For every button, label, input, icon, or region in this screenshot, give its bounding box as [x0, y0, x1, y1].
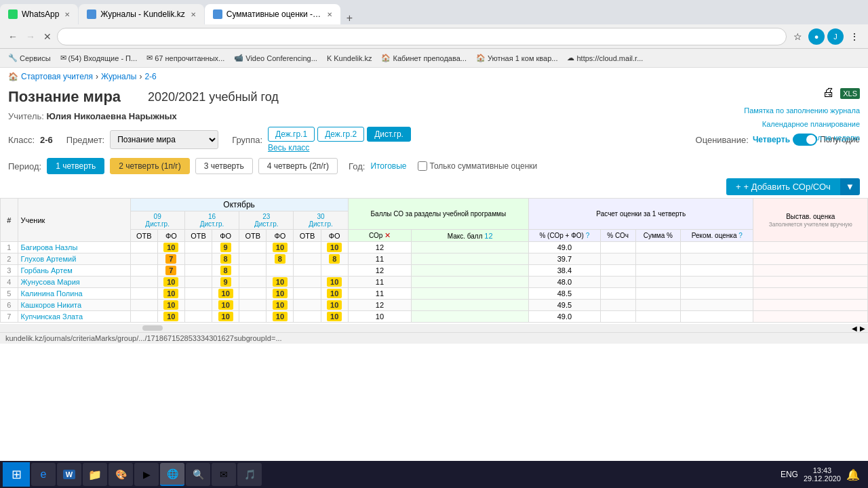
tab-summative[interactable]: Суммативные оценки - Kunde... ✕ — [205, 4, 340, 24]
score-cell[interactable] — [294, 253, 321, 265]
score-cell[interactable] — [184, 288, 212, 300]
tab-close-journals[interactable]: ✕ — [191, 11, 196, 18]
bookmark-apartment[interactable]: 🏠 Уютная 1 ком квар... — [473, 52, 561, 64]
student-name[interactable]: Купчинская Злата — [18, 311, 130, 323]
score-cell[interactable] — [239, 311, 267, 323]
student-name[interactable]: Багирова Назлы — [18, 242, 130, 253]
score-cell[interactable]: 10 — [267, 242, 294, 253]
student-name[interactable]: Кашкоров Никита — [18, 300, 130, 311]
breadcrumb-class[interactable]: 2-6 — [144, 72, 156, 81]
scroll-arrow-right[interactable]: ▶ — [860, 325, 868, 332]
student-name[interactable]: Калинина Полина — [18, 288, 130, 300]
taskbar-music[interactable]: 🎵 — [237, 463, 262, 486]
taskbar-media[interactable]: ▶ — [134, 463, 159, 486]
score-cell[interactable]: 10 — [267, 277, 294, 288]
bookmark-cloud[interactable]: ☁ https://cloud.mail.r... — [564, 52, 646, 64]
link-pamyatka[interactable]: Памятка по заполнению журнала — [744, 104, 860, 118]
score-cell[interactable]: 7 — [157, 253, 184, 265]
taskbar-ie[interactable]: e — [31, 463, 56, 486]
score-cell[interactable]: 10 — [212, 300, 239, 311]
back-button[interactable]: ← — [5, 30, 20, 43]
score-cell[interactable] — [184, 253, 212, 265]
notification-icon[interactable]: 🔔 — [846, 468, 860, 481]
score-cell[interactable] — [239, 277, 267, 288]
score-cell[interactable]: 10 — [321, 288, 348, 300]
score-cell[interactable]: 10 — [321, 311, 348, 323]
score-cell[interactable]: 9 — [212, 277, 239, 288]
score-cell[interactable] — [130, 288, 157, 300]
score-cell[interactable] — [294, 300, 321, 311]
reload-button[interactable]: ✕ — [41, 30, 54, 43]
print-icon[interactable]: 🖨 — [823, 85, 835, 100]
score-cell[interactable]: 7 — [157, 265, 184, 277]
period-btn-3[interactable]: 3 четверть — [195, 158, 253, 174]
score-cell[interactable] — [294, 277, 321, 288]
vydav-score[interactable] — [753, 311, 868, 323]
grades-table-container[interactable]: # Ученик Октябрь Баллы СО за разделы уче… — [0, 198, 868, 323]
student-name[interactable]: Жунусова Мария — [18, 277, 130, 288]
bookmark-kundelik[interactable]: K Kundelik.kz — [324, 53, 375, 64]
score-cell[interactable]: 10 — [157, 311, 184, 323]
score-cell[interactable] — [130, 253, 157, 265]
profile-icon[interactable]: J — [827, 28, 844, 45]
bookmark-cabinet[interactable]: 🏠 Кабинет преподава... — [378, 52, 469, 64]
score-cell[interactable]: 10 — [321, 277, 348, 288]
itog-link[interactable]: Итоговые — [370, 161, 406, 171]
score-cell[interactable]: 10 — [157, 277, 184, 288]
student-name[interactable]: Горбань Артем — [18, 265, 130, 277]
score-cell[interactable] — [239, 265, 267, 277]
period-btn-2[interactable]: 2 четверть (1п/г) — [110, 158, 189, 174]
score-cell[interactable] — [321, 265, 348, 277]
link-calendar[interactable]: Календарное планирование — [744, 118, 860, 131]
subject-select[interactable]: Познание мира — [110, 130, 218, 149]
score-cell[interactable]: 10 — [212, 311, 239, 323]
tab-close-whatsapp[interactable]: ✕ — [64, 11, 70, 18]
group-btn-3[interactable]: Дист.гр. — [367, 127, 411, 142]
extensions-icon[interactable]: ● — [808, 28, 825, 45]
cor-close-icon[interactable]: ✕ — [384, 231, 391, 239]
score-cell[interactable] — [184, 277, 212, 288]
add-sor-soch-button[interactable]: + + Добавить СОр/СОч — [726, 178, 840, 195]
address-bar[interactable] — [57, 28, 787, 45]
rekom-help-icon[interactable]: ? — [738, 232, 743, 239]
score-cell[interactable] — [294, 265, 321, 277]
score-cell[interactable]: 9 — [212, 242, 239, 253]
score-cell[interactable] — [294, 311, 321, 323]
score-cell[interactable]: 8 — [321, 253, 348, 265]
score-cell[interactable] — [184, 300, 212, 311]
score-cell[interactable] — [294, 288, 321, 300]
bookmark-services[interactable]: 🔧 Сервисы — [5, 52, 54, 64]
group-btn-1[interactable]: Деж.гр.1 — [268, 127, 315, 142]
taskbar-explorer[interactable]: 📁 — [83, 463, 107, 486]
bookmark-unread[interactable]: ✉ 67 непрочитанных... — [144, 52, 227, 64]
forward-button[interactable]: → — [23, 30, 38, 43]
all-class-link[interactable]: Весь класс — [268, 143, 411, 152]
score-cell[interactable] — [239, 288, 267, 300]
score-cell[interactable] — [239, 242, 267, 253]
taskbar-search[interactable]: 🔍 — [186, 463, 210, 486]
score-cell[interactable] — [184, 311, 212, 323]
bookmark-video[interactable]: 📹 Video Conferencing... — [231, 52, 320, 64]
score-cell[interactable]: 10 — [321, 242, 348, 253]
score-cell[interactable] — [184, 242, 212, 253]
score-cell[interactable]: 8 — [212, 253, 239, 265]
add-btn-dropdown[interactable]: ▼ — [840, 178, 860, 195]
toggle-switch[interactable] — [793, 134, 817, 146]
score-cell[interactable] — [130, 265, 157, 277]
score-cell[interactable]: 10 — [212, 288, 239, 300]
student-name[interactable]: Глухов Артемий — [18, 253, 130, 265]
excel-icon[interactable]: XLS — [840, 85, 860, 100]
vydav-score[interactable] — [753, 300, 868, 311]
tab-journals[interactable]: Журналы - Kundelik.kz ✕ — [79, 4, 203, 24]
bookmark-inbox[interactable]: ✉ (54) Входящие - П... — [58, 52, 140, 64]
score-cell[interactable]: 10 — [321, 300, 348, 311]
score-cell[interactable] — [267, 265, 294, 277]
score-cell[interactable] — [130, 311, 157, 323]
score-cell[interactable]: 10 — [157, 288, 184, 300]
period-btn-1[interactable]: 1 четверть — [47, 158, 104, 174]
score-cell[interactable] — [130, 242, 157, 253]
score-cell[interactable] — [130, 300, 157, 311]
score-cell[interactable]: 8 — [212, 265, 239, 277]
scroll-arrow-left[interactable]: ◀ — [852, 325, 860, 332]
vydav-score[interactable] — [753, 242, 868, 253]
